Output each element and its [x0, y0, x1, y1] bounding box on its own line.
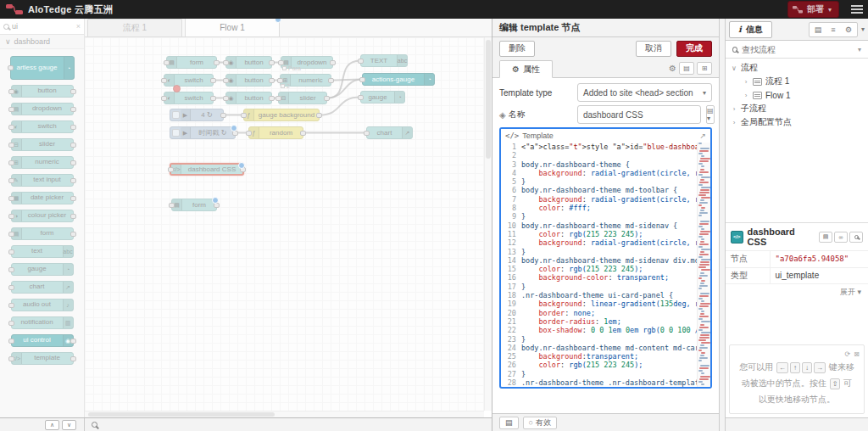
debug-list-icon[interactable]: ≡	[826, 24, 840, 36]
tips-close-icon[interactable]: ⊠	[854, 348, 860, 361]
editor-code-area[interactable]: 1<"a">class="t">style "a">id="blue-dashb…	[501, 143, 697, 387]
flow-node-gauge[interactable]: gauge◔	[360, 91, 405, 104]
input-port[interactable]	[241, 113, 247, 118]
name-library-button[interactable]: ▤ ▾	[706, 105, 715, 124]
output-port[interactable]	[70, 143, 76, 148]
output-port[interactable]	[70, 339, 76, 344]
palette-node-audio-out[interactable]: audio out♪	[11, 299, 74, 311]
output-port[interactable]	[70, 356, 76, 361]
output-port[interactable]	[70, 196, 76, 201]
input-port[interactable]	[223, 78, 229, 83]
input-port[interactable]	[169, 203, 175, 208]
editor-minimap[interactable]	[697, 143, 710, 387]
deploy-button[interactable]: 部署 ▾	[787, 1, 839, 18]
tree-item-flow-1[interactable]: ›Flow 1	[726, 88, 868, 102]
input-port[interactable]	[8, 125, 14, 130]
palette-search-input[interactable]	[12, 22, 63, 31]
input-port[interactable]	[8, 196, 14, 201]
output-port[interactable]	[269, 96, 275, 101]
palette-collapse-all-button[interactable]: ∧	[45, 420, 59, 430]
palette-node-artless-gauge[interactable]: artless gauge◔	[10, 56, 75, 80]
tree-item-子流程[interactable]: ›子流程	[726, 102, 868, 115]
palette-node-button[interactable]: ◉button	[11, 85, 74, 98]
palette-node-numeric[interactable]: ⊞numeric	[11, 156, 74, 169]
expand-icon[interactable]: ›	[731, 119, 737, 126]
canvas-vscrollbar[interactable]	[484, 37, 492, 411]
expand-icon[interactable]: ›	[743, 78, 749, 86]
tab-properties[interactable]: ⚙ 属性	[499, 60, 553, 78]
flow-node-switch[interactable]: ◐switch	[164, 74, 214, 87]
flow-node-form[interactable]: ▤form	[171, 199, 217, 211]
sidebar-resize-handle[interactable]	[719, 19, 726, 431]
input-port[interactable]	[358, 95, 364, 100]
output-port[interactable]	[324, 96, 330, 101]
delete-button[interactable]: 删除	[499, 41, 535, 57]
done-button[interactable]: 完成	[676, 41, 712, 57]
help-icon-button[interactable]: ⊞	[697, 62, 712, 75]
flow-node-dashboard-css[interactable]: </>dashboard CSS	[170, 163, 244, 176]
output-port[interactable]	[70, 160, 76, 165]
flow-canvas[interactable]: ▤form◉button▤dropdownTEXTabc◐switch◉butt…	[85, 37, 484, 411]
input-port[interactable]	[8, 178, 14, 183]
palette-node-text-input[interactable]: ✎text input	[11, 174, 74, 187]
input-port[interactable]	[277, 78, 283, 83]
collapse-icon[interactable]: ∨	[731, 64, 737, 72]
sidebar-menu-caret-icon[interactable]: ▾	[861, 25, 865, 33]
palette-node-chart[interactable]: chart↗	[11, 281, 74, 294]
palette-node-dropdown[interactable]: ▤dropdown	[11, 103, 74, 115]
output-port[interactable]	[220, 113, 226, 118]
settings-gear-icon[interactable]: ⚙	[669, 64, 676, 73]
palette-category-dashboard[interactable]: ∨ dashboard	[0, 35, 84, 49]
input-port[interactable]	[168, 167, 174, 172]
node-link-icon-button[interactable]: ∞	[834, 232, 848, 243]
palette-node-colour-picker[interactable]: ◑colour picker	[11, 210, 74, 222]
input-port[interactable]	[223, 60, 229, 65]
palette-expand-all-button[interactable]: ∨	[62, 420, 76, 430]
input-port[interactable]	[8, 143, 14, 148]
input-port[interactable]	[161, 78, 167, 83]
flow-node-4[interactable]: ▶4 ↻	[170, 109, 224, 121]
flow-node-时间戳[interactable]: ▶时间戳 ↻	[170, 126, 236, 139]
output-port[interactable]	[210, 78, 216, 83]
input-port[interactable]	[278, 60, 284, 65]
flow-node-switch[interactable]: ◐switch	[164, 92, 214, 104]
input-port[interactable]	[8, 339, 14, 344]
search-options-caret-icon[interactable]: ▾	[858, 46, 861, 53]
expand-link[interactable]: 展开 ▾	[726, 284, 868, 300]
node-valid-toggle[interactable]: ○ 有效	[523, 417, 557, 429]
output-port[interactable]	[70, 178, 76, 183]
help-book-icon[interactable]: ▤	[811, 24, 825, 36]
flow-node-button[interactable]: ◉button	[225, 74, 272, 87]
tab-info[interactable]: i 信息	[729, 21, 772, 38]
palette-node-template[interactable]: </>template	[11, 352, 74, 365]
flow-node-actions-gauge[interactable]: actions-gauge◔	[362, 73, 435, 86]
palette-node-switch[interactable]: ◐switch	[11, 120, 74, 133]
output-port[interactable]	[70, 107, 76, 112]
input-port[interactable]	[8, 160, 14, 165]
input-port[interactable]	[164, 60, 170, 65]
input-port[interactable]	[358, 59, 364, 64]
flow-search-input[interactable]	[742, 45, 854, 54]
input-port[interactable]	[8, 89, 14, 94]
description-icon-button[interactable]: ▤	[679, 62, 694, 75]
input-port[interactable]	[246, 131, 252, 136]
input-port[interactable]	[8, 65, 14, 70]
clear-search-icon[interactable]: ×	[76, 22, 81, 31]
palette-node-gauge[interactable]: gauge◔	[11, 263, 74, 276]
palette-node-text[interactable]: textabc	[11, 245, 74, 258]
flow-node-button[interactable]: ◉button	[225, 92, 272, 104]
tree-item-流程[interactable]: ∨流程	[726, 61, 868, 75]
input-port[interactable]	[8, 303, 14, 308]
output-port[interactable]	[316, 113, 322, 118]
input-port[interactable]	[275, 96, 281, 101]
palette-node-ui-control[interactable]: ui control◉	[11, 334, 74, 347]
input-port[interactable]	[8, 214, 14, 219]
input-port[interactable]	[364, 131, 370, 136]
inject-button[interactable]	[172, 129, 180, 137]
palette-node-slider[interactable]: ⊟slider	[11, 138, 74, 151]
flow-node-random[interactable]: ƒrandom	[248, 126, 303, 139]
flow-node-gauge-background[interactable]: ƒgauge background	[243, 109, 320, 121]
inject-button[interactable]	[172, 111, 180, 119]
node-find-icon-button[interactable]	[849, 232, 863, 243]
tab-flow-cn[interactable]: 流程 1	[87, 19, 182, 36]
